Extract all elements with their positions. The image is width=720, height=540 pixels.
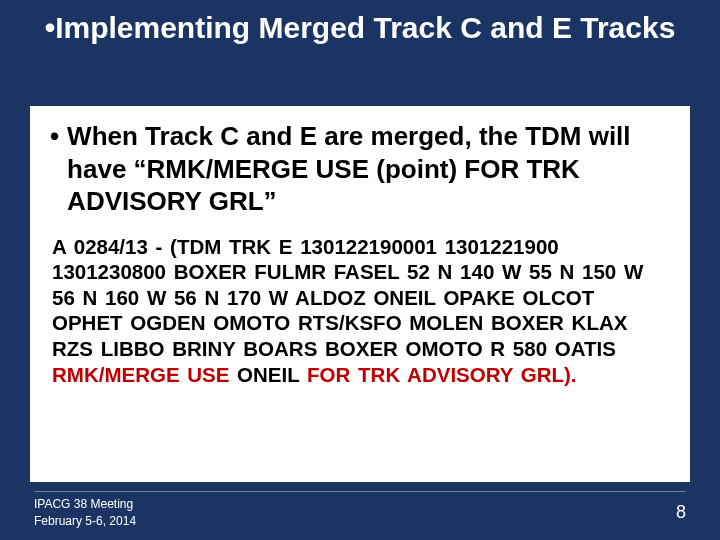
bullet-icon: • (50, 120, 59, 153)
bullet-row: • When Track C and E are merged, the TDM… (50, 120, 670, 218)
bullet-icon: • (45, 11, 56, 44)
body-highlight-1: RMK/MERGE USE (52, 363, 237, 386)
footer-left: IPACG 38 Meeting February 5-6, 2014 (34, 496, 136, 530)
footer-date: February 5-6, 2014 (34, 513, 136, 530)
footer-meeting: IPACG 38 Meeting (34, 496, 136, 513)
body-prefix: A 0284/13 - (TDM TRK E 130122190001 1301… (52, 235, 643, 361)
body-mid: ONEIL (237, 363, 299, 386)
body-highlight-2: FOR TRK ADVISORY GRL). (299, 363, 576, 386)
content-panel: • When Track C and E are merged, the TDM… (30, 106, 690, 482)
footer-divider (34, 491, 686, 492)
heading-text: When Track C and E are merged, the TDM w… (67, 120, 670, 218)
body-text: A 0284/13 - (TDM TRK E 130122190001 1301… (50, 234, 670, 388)
slide-title: •Implementing Merged Track C and E Track… (0, 0, 720, 46)
page-number: 8 (676, 500, 686, 525)
title-text: Implementing Merged Track C and E Tracks (55, 11, 675, 44)
footer: IPACG 38 Meeting February 5-6, 2014 8 (34, 491, 686, 530)
